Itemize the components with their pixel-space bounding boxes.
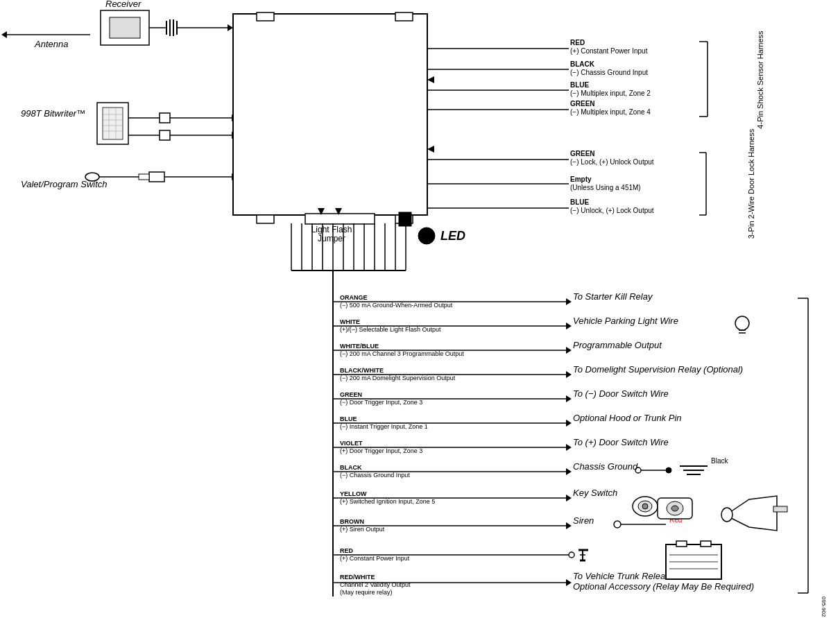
svg-point-96 bbox=[666, 467, 671, 473]
svg-rect-35 bbox=[257, 12, 274, 21]
wire-violet-color: VIOLET bbox=[340, 440, 363, 447]
svg-point-58 bbox=[418, 228, 435, 244]
diagram-container: Antenna Receiver 998T Bitwriter™ Valet/P… bbox=[0, 0, 840, 618]
svg-rect-37 bbox=[257, 215, 274, 223]
wire-violet-dest: To (+) Door Switch Wire bbox=[573, 437, 669, 447]
svg-rect-123 bbox=[676, 541, 687, 547]
door-lock-harness-label: 3-Pin 2-Wire Door Lock Harness bbox=[747, 128, 755, 239]
wire-green-lock-color: GREEN bbox=[570, 150, 595, 157]
wire-redwhite-color: RED/WHITE bbox=[340, 574, 375, 581]
wire-orange-desc: (−) 500 mA Ground-When-Armed Output bbox=[340, 302, 453, 309]
wire-black-1-color: BLACK bbox=[570, 60, 595, 68]
wire-white-color: WHITE bbox=[340, 318, 360, 325]
wire-black-chassis-color: BLACK bbox=[340, 464, 362, 471]
svg-rect-28 bbox=[149, 172, 164, 182]
wire-empty-label: Empty bbox=[570, 175, 592, 183]
wire-redwhite-desc2: (May require relay) bbox=[340, 589, 393, 596]
led-label: LED bbox=[440, 229, 465, 243]
bitwriter-label: 998T Bitwriter™ bbox=[21, 108, 85, 119]
wire-yellow-desc: (+) Switched Ignition Input, Zone 5 bbox=[340, 498, 435, 505]
svg-point-120 bbox=[721, 508, 732, 522]
wire-empty-desc: (Unless Using a 451M) bbox=[570, 184, 641, 191]
wire-whiteblue-desc: (−) 200 mA Channel 3 Programmable Output bbox=[340, 350, 464, 357]
antenna-label: Antenna bbox=[34, 39, 68, 49]
wire-brown-desc: (+) Siren Output bbox=[340, 526, 385, 533]
wire-black-chassis-desc: (−) Chassis Ground Input bbox=[340, 472, 410, 479]
wire-redwhite-desc: Channel 2 Validity Output bbox=[340, 581, 411, 588]
wire-blue-lock-desc: (−) Unlock, (+) Lock Output bbox=[570, 207, 654, 214]
svg-point-104 bbox=[642, 504, 648, 509]
light-flash-jumper-label: Light Flash bbox=[311, 225, 352, 234]
svg-rect-21 bbox=[160, 113, 170, 123]
wire-red-1-desc: (+) Constant Power Input bbox=[570, 47, 648, 55]
wire-brown-color: BROWN bbox=[340, 518, 364, 525]
shock-harness-label: 4-Pin Shock Sensor Harness bbox=[756, 31, 764, 129]
wire-black-1-desc: (−) Chassis Ground Input bbox=[570, 69, 648, 76]
svg-rect-25 bbox=[160, 130, 170, 140]
wire-blue-1-desc: (−) Multiplex input, Zone 2 bbox=[570, 89, 651, 97]
part-number: 095-902 bbox=[821, 596, 827, 617]
wire-red-1-color: RED bbox=[570, 39, 585, 46]
wire-green-door-dest: To (−) Door Switch Wire bbox=[573, 388, 669, 399]
svg-rect-40 bbox=[399, 212, 411, 226]
receiver-label: Receiver bbox=[105, 0, 142, 9]
wire-blue-instant-dest: Optional Hood or Trunk Pin bbox=[573, 413, 682, 423]
svg-point-130 bbox=[671, 506, 678, 511]
wire-blue-instant-color: BLUE bbox=[340, 415, 357, 422]
valet-switch-label: Valet/Program Switch bbox=[21, 179, 108, 189]
wire-green-1-desc: (−) Multiplex input, Zone 4 bbox=[570, 108, 651, 116]
wire-orange-dest: To Starter Kill Relay bbox=[573, 291, 653, 302]
wire-orange-color: ORANGE bbox=[340, 294, 368, 301]
svg-rect-121 bbox=[773, 506, 787, 512]
wire-violet-desc: (+) Door Trigger Input, Zone 3 bbox=[340, 447, 422, 454]
wire-white-desc: (+)/(−) Selectable Light Flash Output bbox=[340, 326, 441, 333]
wire-green-door-color: GREEN bbox=[340, 391, 362, 398]
wire-green-1-color: GREEN bbox=[570, 100, 595, 108]
light-flash-jumper-label2: Jumper bbox=[318, 234, 345, 243]
svg-rect-36 bbox=[395, 12, 413, 21]
svg-rect-13 bbox=[103, 108, 123, 139]
svg-rect-39 bbox=[305, 214, 375, 224]
wire-blackwhite-desc: (−) 200 mA Domelight Supervision Output bbox=[340, 375, 456, 381]
wire-blue-1-color: BLUE bbox=[570, 81, 590, 89]
svg-rect-29 bbox=[139, 174, 149, 180]
svg-rect-34 bbox=[233, 14, 427, 215]
wire-blue-lock-color: BLUE bbox=[570, 198, 590, 206]
wire-whiteblue-dest: Programmable Output bbox=[573, 340, 662, 350]
wire-red-power-desc: (+) Constant Power Input bbox=[340, 555, 410, 562]
chassis-black-label: Black bbox=[711, 457, 728, 465]
wire-blackwhite-dest: To Domelight Supervision Relay (Optional… bbox=[573, 364, 743, 375]
wire-whiteblue-color: WHITE/BLUE bbox=[340, 343, 379, 350]
wire-black-chassis-dest: Chassis Ground bbox=[573, 461, 638, 472]
svg-rect-124 bbox=[701, 541, 711, 547]
wire-green-door-desc: (−) Door Trigger Input, Zone 3 bbox=[340, 399, 422, 406]
wire-green-lock-desc: (−) Lock, (+) Unlock Output bbox=[570, 158, 654, 166]
svg-rect-4 bbox=[110, 17, 140, 38]
wire-red-power-color: RED bbox=[340, 547, 354, 554]
wire-blackwhite-color: BLACK/WHITE bbox=[340, 367, 384, 374]
wire-blue-instant-desc: (−) Instant Trigger Input, Zone 1 bbox=[340, 423, 428, 430]
wire-yellow-dest: Key Switch bbox=[573, 488, 617, 498]
wire-white-dest: Vehicle Parking Light Wire bbox=[573, 316, 678, 326]
wire-redwhite-dest2: Optional Accessory (Relay May Be Require… bbox=[573, 581, 754, 592]
wire-brown-dest: Siren bbox=[573, 515, 594, 526]
wire-yellow-color: YELLOW bbox=[340, 490, 367, 497]
